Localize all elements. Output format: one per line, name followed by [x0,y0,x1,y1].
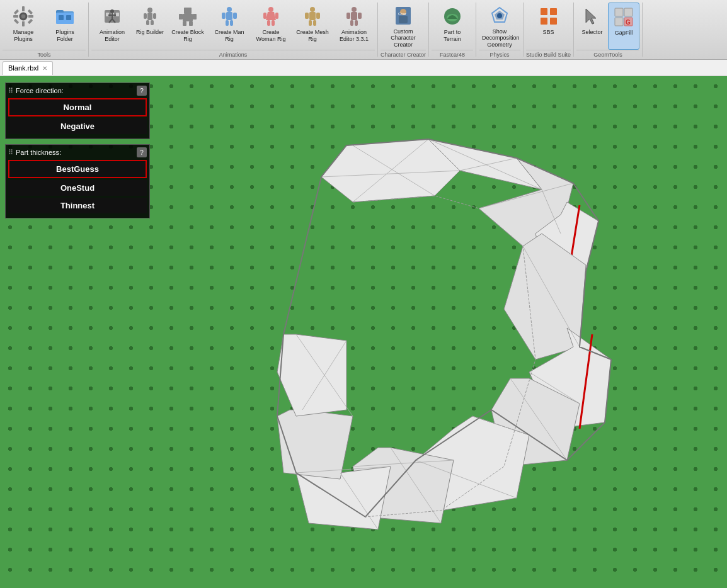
svg-point-37 [227,7,232,12]
svg-rect-6 [28,9,33,14]
toolbar-group-geomtools: Selector G GapFill GeomTools [574,3,643,57]
side-panel: ⠿ Force direction: ? Normal Negative ⠿ P… [5,82,150,223]
part-thickness-help-button[interactable]: ? [137,147,147,157]
toolbar-group-animations: Animation Editor Rig Builder [89,3,378,57]
svg-rect-33 [179,14,183,20]
custom-character-creator-button[interactable]: Char Custom Character Creator [382,3,424,50]
svg-point-68 [497,13,502,18]
svg-rect-44 [263,13,266,19]
anim-editor-33-icon [343,5,365,28]
svg-rect-55 [351,12,357,20]
svg-rect-8 [28,19,33,24]
svg-rect-39 [222,13,226,19]
show-decomp-label: Show Decomposition Geometry [482,28,517,48]
svg-rect-42 [230,20,233,26]
svg-rect-7 [14,19,19,24]
rig-builder-button[interactable]: Rig Builder [133,3,167,50]
create-woman-rig-label: Create Woman Rig [253,29,289,43]
svg-point-10 [21,14,25,18]
man-rig-icon [218,5,241,28]
sbs-button[interactable]: SBS [533,3,564,50]
folder-icon [54,5,76,28]
svg-rect-45 [275,13,278,19]
svg-rect-14 [59,15,64,20]
mesh-rig-icon [301,5,324,28]
char-creator-icon: Char [392,5,415,27]
svg-rect-47 [272,20,275,26]
svg-rect-72 [550,18,557,25]
svg-point-25 [147,8,152,13]
canvas-area: ⠿ Force direction: ? Normal Negative ⠿ P… [0,76,727,588]
svg-rect-75 [615,18,623,26]
show-decomp-button[interactable]: Show Decomposition Geometry [479,3,520,50]
normal-button[interactable]: Normal [8,98,147,116]
animations-group-label: Animations [91,50,375,59]
toolbar-group-character-creator: Char Custom Character Creator Character … [378,3,429,57]
rig-builder-label: Rig Builder [136,29,164,36]
woman-rig-icon [260,5,282,28]
onestud-button[interactable]: OneStud [8,180,147,196]
gapfill-icon: G [612,6,635,28]
toolbar-group-sbs: SBS Studio Build Suite [524,3,574,57]
svg-rect-40 [233,13,237,19]
part-to-terrain-label: Part to Terrain [435,29,470,43]
animation-editor-33-button[interactable]: Animation Editor 3.3.1 [333,3,375,50]
svg-rect-50 [305,13,309,19]
tab-blank-rbxl[interactable]: Blank.rbxl ✕ [3,61,53,75]
svg-text:G: G [626,19,631,26]
3d-shape-canvas [126,108,693,588]
svg-rect-31 [184,8,192,14]
svg-rect-62 [399,16,408,23]
bestguess-button[interactable]: BestGuess [8,160,147,178]
svg-rect-59 [355,20,358,26]
svg-marker-91 [277,334,346,416]
char-creator-group-label: Character Creator [381,50,426,59]
svg-rect-73 [615,8,623,16]
svg-rect-69 [541,8,547,15]
part-to-terrain-button[interactable]: Part to Terrain [432,3,473,50]
force-direction-title: Force direction: [13,87,137,94]
drag-handle-thickness: ⠿ [8,149,13,157]
thinnest-button[interactable]: Thinnest [8,198,147,213]
svg-rect-5 [14,9,19,14]
plugins-folder-button[interactable]: Plugins Folder [44,3,86,50]
svg-rect-19 [116,13,119,16]
svg-rect-3 [13,15,18,18]
svg-marker-90 [277,410,353,479]
force-direction-header: ⠿ Force direction: ? [8,86,147,96]
toolbar: Manage Plugins Plugins Folder Tools [0,0,727,60]
sbs-group-label: Studio Build Suite [526,50,571,59]
toolbar-group-fastcar48: Part to Terrain Fastcar48 [429,3,476,57]
create-man-rig-button[interactable]: Create Man Rig [209,3,250,50]
gear-icon [12,5,35,28]
terrain-icon [441,5,464,28]
force-direction-section: ⠿ Force direction: ? Normal Negative [5,82,150,139]
part-thickness-section: ⠿ Part thickness: ? BestGuess OneStud Th… [5,144,150,218]
gapfill-label: GapFill [615,30,633,37]
toolbar-group-physics: Show Decomposition Geometry Physics [476,3,524,57]
create-woman-rig-button[interactable]: Create Woman Rig [250,3,292,50]
custom-character-creator-label: Custom Character Creator [386,28,421,48]
negative-button[interactable]: Negative [8,118,147,134]
block-rig-icon [176,5,199,28]
gapfill-button[interactable]: G GapFill [608,3,639,50]
toolbar-group-tools: Manage Plugins Plugins Folder Tools [0,3,89,57]
svg-rect-52 [309,20,312,26]
svg-rect-51 [316,13,320,19]
create-block-rig-label: Create Block Rig [170,29,205,43]
animation-editor-button[interactable]: Animation Editor [91,3,133,50]
selector-button[interactable]: Selector [576,3,608,50]
svg-rect-15 [66,15,71,20]
create-mesh-rig-button[interactable]: Create Mesh Rig [292,3,333,50]
svg-rect-32 [183,14,193,21]
create-block-rig-button[interactable]: Create Block Rig [167,3,209,50]
svg-rect-41 [226,20,229,26]
tab-close-button[interactable]: ✕ [42,65,47,72]
tabbar: Blank.rbxl ✕ [0,60,727,76]
svg-rect-30 [151,20,154,25]
manage-plugins-button[interactable]: Manage Plugins [3,3,44,50]
film-icon [101,5,123,28]
force-direction-help-button[interactable]: ? [137,86,147,96]
decomp-icon [488,5,511,27]
plugins-folder-label: Plugins Folder [47,29,83,43]
